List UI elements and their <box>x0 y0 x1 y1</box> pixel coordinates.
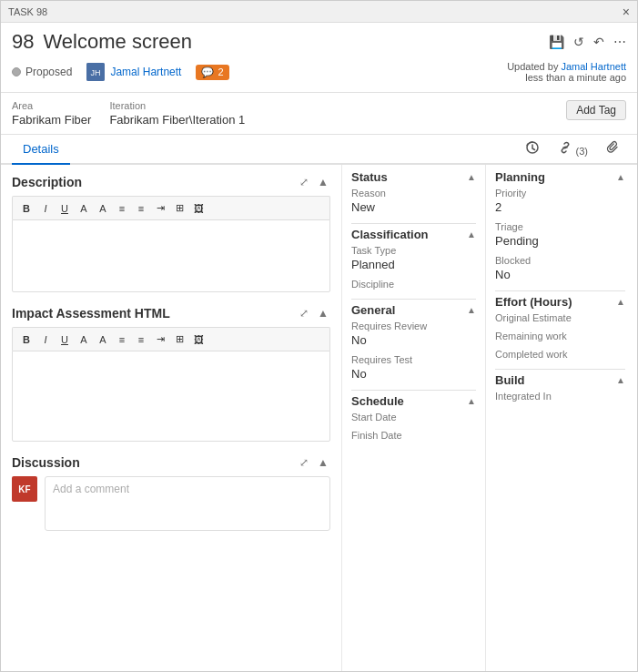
build-chevron[interactable]: ▲ <box>616 375 625 385</box>
general-title: General <box>351 303 395 317</box>
triage-label: Triage <box>495 221 625 232</box>
classification-title: Classification <box>351 228 429 241</box>
links-icon-button[interactable]: (3) <box>552 137 593 161</box>
blocked-field: Blocked No <box>495 255 625 281</box>
discussion-header: Discussion ⤢ ▲ <box>12 454 330 471</box>
header-toolbar: 💾 ↺ ↶ ⋯ <box>549 35 626 49</box>
indent-button[interactable]: ⇥ <box>152 200 168 216</box>
assignee-row: JH Jamal Hartnett <box>86 63 181 81</box>
font-color-button[interactable]: A <box>76 201 92 216</box>
italic-button[interactable]: I <box>37 201 54 216</box>
impact-header: Impact Assessment HTML ⤢ ▲ <box>12 305 330 321</box>
save-icon[interactable]: 💾 <box>549 35 564 49</box>
collapse-button[interactable]: ▲ <box>316 174 330 190</box>
requires-review-field: Requires Review No <box>351 321 476 347</box>
status-section: Status ▲ Reason New <box>351 170 476 214</box>
requires-test-value[interactable]: No <box>351 367 476 381</box>
discussion-expand-button[interactable]: ⤢ <box>298 454 310 471</box>
impact-section: Impact Assessment HTML ⤢ ▲ B I U A A ≡ ≡… <box>12 305 330 442</box>
requires-test-label: Requires Test <box>351 354 476 365</box>
impact-ul-button[interactable]: ≡ <box>133 332 149 347</box>
blocked-label: Blocked <box>495 255 625 266</box>
comment-badge[interactable]: 💬 2 <box>196 65 228 80</box>
requires-test-field: Requires Test No <box>351 354 476 381</box>
attachments-icon-button[interactable] <box>601 137 626 161</box>
description-title: Description <box>12 175 82 189</box>
left-panel: Description ⤢ ▲ B I U A A ≡ ≡ ⇥ ⊞ 🖼 <box>1 165 342 671</box>
status-circle <box>12 67 21 76</box>
impact-image-button[interactable]: 🖼 <box>190 332 208 347</box>
impact-italic-button[interactable]: I <box>37 332 54 347</box>
impact-highlight-button[interactable]: A <box>95 332 111 347</box>
blocked-value[interactable]: No <box>495 268 625 281</box>
iteration-value[interactable]: Fabrikam Fiber\Iteration 1 <box>109 113 245 127</box>
description-section: Description ⤢ ▲ B I U A A ≡ ≡ ⇥ ⊞ 🖼 <box>12 174 330 292</box>
impact-underline-button[interactable]: U <box>56 332 73 347</box>
status-chevron[interactable]: ▲ <box>467 172 476 182</box>
image-button[interactable]: 🖼 <box>190 201 208 216</box>
task-title-row: 98 Welcome screen 💾 ↺ ↶ ⋯ <box>12 30 626 54</box>
comment-icon: 💬 <box>201 66 214 78</box>
requires-review-value[interactable]: No <box>351 333 476 347</box>
add-tag-button[interactable]: Add Tag <box>566 100 626 120</box>
classification-chevron[interactable]: ▲ <box>467 229 476 239</box>
impact-font-color-button[interactable]: A <box>76 332 92 347</box>
tab-details[interactable]: Details <box>12 135 70 165</box>
refresh-icon[interactable]: ↺ <box>573 35 584 49</box>
discussion-section: Discussion ⤢ ▲ KF Add a comment <box>12 454 330 531</box>
description-editor[interactable] <box>12 219 330 292</box>
priority-field: Priority 2 <box>495 188 625 214</box>
impact-bold-button[interactable]: B <box>18 332 35 347</box>
tabs-bar: Details (3) <box>1 135 637 165</box>
completed-work-field: Completed work <box>495 349 625 360</box>
status-badge[interactable]: Proposed <box>12 66 72 78</box>
build-section: Build ▲ Integrated In <box>495 369 625 402</box>
ul-button[interactable]: ≡ <box>133 201 149 216</box>
schedule-chevron[interactable]: ▲ <box>467 396 476 406</box>
comment-input[interactable]: Add a comment <box>45 476 330 531</box>
reason-value[interactable]: New <box>351 200 476 214</box>
table-button[interactable]: ⊞ <box>171 200 187 216</box>
underline-button[interactable]: U <box>56 201 73 216</box>
impact-ol-button[interactable]: ≡ <box>114 332 130 347</box>
discussion-collapse-button[interactable]: ▲ <box>316 454 330 471</box>
area-value[interactable]: Fabrikam Fiber <box>12 113 91 127</box>
schedule-title: Schedule <box>351 394 404 408</box>
history-icon-button[interactable] <box>520 137 545 161</box>
expand-button[interactable]: ⤢ <box>298 174 310 190</box>
remaining-work-field: Remaining work <box>495 331 625 341</box>
ol-button[interactable]: ≡ <box>114 201 130 216</box>
remaining-work-label: Remaining work <box>495 331 625 341</box>
undo-icon[interactable]: ↶ <box>593 35 604 49</box>
impact-indent-button[interactable]: ⇥ <box>152 331 168 347</box>
priority-value[interactable]: 2 <box>495 200 625 214</box>
middle-panel: Status ▲ Reason New Classification ▲ Tas… <box>342 165 486 671</box>
discussion-title: Discussion <box>12 455 80 470</box>
links-count: (3) <box>576 146 588 157</box>
tab-icons: (3) <box>520 137 626 161</box>
bold-button[interactable]: B <box>18 201 35 216</box>
close-button[interactable]: × <box>623 5 630 18</box>
updated-by-name[interactable]: Jamal Hartnett <box>561 61 626 72</box>
impact-editor[interactable] <box>12 351 330 442</box>
effort-chevron[interactable]: ▲ <box>616 297 625 307</box>
build-header: Build ▲ <box>495 369 625 391</box>
impact-table-button[interactable]: ⊞ <box>171 331 187 347</box>
meta-bar: Proposed JH Jamal Hartnett 💬 2 Updated b… <box>12 61 626 88</box>
highlight-button[interactable]: A <box>95 201 111 216</box>
description-header: Description ⤢ ▲ <box>12 174 330 190</box>
planning-chevron[interactable]: ▲ <box>616 172 625 182</box>
avatar: JH <box>86 63 105 81</box>
impact-expand-button[interactable]: ⤢ <box>298 305 310 321</box>
assignee-name[interactable]: Jamal Hartnett <box>110 66 181 78</box>
iteration-label: Iteration <box>109 100 245 111</box>
original-estimate-field: Original Estimate <box>495 312 625 323</box>
impact-collapse-button[interactable]: ▲ <box>316 305 330 321</box>
area-label: Area <box>12 100 91 111</box>
integrated-in-field: Integrated In <box>495 391 625 402</box>
general-header: General ▲ <box>351 299 476 321</box>
general-chevron[interactable]: ▲ <box>467 305 476 315</box>
task-type-value[interactable]: Planned <box>351 258 476 271</box>
triage-value[interactable]: Pending <box>495 234 625 248</box>
more-icon[interactable]: ⋯ <box>613 35 626 49</box>
